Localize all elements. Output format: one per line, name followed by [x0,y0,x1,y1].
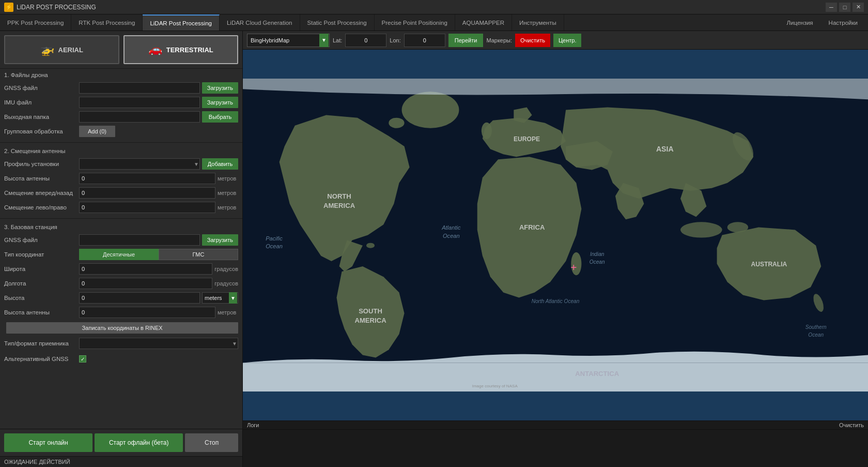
terrestrial-label: TERRESTRIAL [166,46,213,54]
mode-buttons: 🚁 AERIAL 🚗 TERRESTRIAL [0,31,242,69]
tab-ppp[interactable]: Precise Point Positioning [375,14,455,31]
base-station-section: GNSS файл Загрузить Тип координат Десяти… [0,232,242,368]
output-folder-choose-button[interactable]: Выбрать [202,111,238,123]
start-offline-button[interactable]: Старт офлайн (бета) [95,433,183,452]
tab-settings[interactable]: Настройки [822,20,865,26]
svg-point-1 [402,92,459,128]
forward-offset-unit: метров [218,190,238,196]
gnss-file-load-button[interactable]: Загрузить [202,82,238,94]
tab-license[interactable]: Лицензия [780,20,820,26]
terrestrial-mode-button[interactable]: 🚗 TERRESTRIAL [123,35,239,64]
gnss-file-label: GNSS файл [4,85,79,91]
aerial-label: AERIAL [58,46,83,54]
output-folder-input[interactable] [79,111,200,123]
ant-height-unit: метров [218,175,238,182]
minimize-button[interactable]: ─ [826,3,837,12]
world-map: NORTH AMERICA SOUTH AMERICA EUROPE AFRIC… [243,50,868,420]
base-gnss-file-input[interactable] [79,234,200,246]
profile-label: Профиль установки [4,161,79,167]
svg-point-3 [366,243,375,248]
alt-gnss-label: Альтернативный GNSS [4,356,79,362]
aerial-icon: 🚁 [40,43,54,56]
latitude-label: Широта [4,266,79,272]
gmc-coord-button[interactable]: ГМС [159,249,238,260]
lon-coord-label: Lon: [390,37,400,43]
start-online-button[interactable]: Старт онлайн [4,433,92,452]
left-panel: 🚁 AERIAL 🚗 TERRESTRIAL 1. Файлы дрона GN… [0,31,243,467]
tab-ppk[interactable]: PPK Post Processing [0,14,71,31]
base-ant-height-input[interactable] [79,307,215,318]
gnss-file-input[interactable] [79,82,200,94]
ant-height-label: Высота антенны [4,175,79,182]
alt-gnss-checkbox[interactable]: ✓ [79,355,86,363]
lon-unit: градусов [214,280,238,287]
altitude-label: Высота [4,295,79,301]
batch-label: Групповая обработка [4,128,79,134]
main-layout: 🚁 AERIAL 🚗 TERRESTRIAL 1. Файлы дрона GN… [0,31,868,467]
svg-text:Ocean: Ocean [590,259,605,265]
map-container[interactable]: NORTH AMERICA SOUTH AMERICA EUROPE AFRIC… [243,50,868,420]
svg-point-4 [482,123,492,139]
section-base-label: 3. Базовая станция [0,221,242,232]
batch-add-button[interactable]: Add (0) [79,126,115,137]
lat-coord-input[interactable]: 0 [345,34,386,47]
clear-markers-button[interactable]: Очистить [515,34,550,47]
app-icon: ⚡ [4,3,13,12]
clear-log-button[interactable]: Очистить [839,422,864,428]
lateral-offset-input[interactable] [79,202,215,213]
antenna-section: Профиль установки ▼ Добавить Высота анте… [0,156,242,216]
svg-text:ANTARCTICA: ANTARCTICA [575,370,619,378]
receiver-type-select[interactable] [79,338,238,349]
section-antenna-label: 2. Смещения антенны [0,145,242,156]
tab-tools[interactable]: Инструменты [512,14,564,31]
decimal-coord-button[interactable]: Десятичные [79,249,159,260]
svg-point-7 [680,222,722,237]
svg-text:Ocean: Ocean [443,233,460,239]
log-content [243,430,868,467]
forward-offset-label: Смещение вперед/назад [4,190,79,196]
profile-add-button[interactable]: Добавить [202,158,238,170]
svg-text:Pacific: Pacific [266,235,283,242]
center-map-button[interactable]: Центр. [553,34,582,47]
tab-lidar[interactable]: LiDAR Post Processing [143,14,220,31]
write-coords-button[interactable]: Записать координаты в RINEX [6,322,238,334]
restore-button[interactable]: □ [839,3,850,12]
svg-point-2 [389,118,404,128]
title-bar: ⚡ LiDAR POST PROCESSING ─ □ ✕ [0,0,868,14]
latitude-input[interactable] [79,263,212,275]
close-button[interactable]: ✕ [853,3,864,12]
tab-aquamapper[interactable]: AQUAMAPPER [455,14,512,31]
svg-point-5 [571,252,581,275]
longitude-input[interactable] [79,278,212,289]
height-unit-select[interactable]: meters feet [202,292,238,304]
imu-file-load-button[interactable]: Загрузить [202,97,238,108]
output-folder-label: Выходная папка [4,114,79,120]
lateral-offset-unit: метров [218,204,238,210]
tab-bar: PPK Post Processing RTK Post Processing … [0,14,868,31]
bottom-section: Старт онлайн Старт офлайн (бета) Стоп ОЖ… [0,429,242,467]
svg-text:AMERICA: AMERICA [323,202,355,209]
svg-text:EUROPE: EUROPE [514,135,540,143]
action-buttons: Старт онлайн Старт офлайн (бета) Стоп [0,429,242,456]
map-type-select[interactable]: BingHybridMap BingMap OpenStreetMap [247,34,330,47]
tab-lidar-cloud[interactable]: LiDAR Cloud Generation [220,14,300,31]
base-ant-height-unit: метров [218,309,238,315]
base-gnss-load-button[interactable]: Загрузить [202,234,238,246]
imu-file-input[interactable] [79,97,200,108]
svg-text:Image courtesy of NASA: Image courtesy of NASA [472,384,518,388]
svg-text:AFRICA: AFRICA [519,223,545,231]
tab-static[interactable]: Static Post Processing [300,14,375,31]
forward-offset-input[interactable] [79,187,215,199]
map-toolbar: BingHybridMap BingMap OpenStreetMap ▼ La… [243,31,868,50]
tab-rtk[interactable]: RTK Post Processing [71,14,143,31]
coord-type-label: Тип координат [4,251,79,258]
imu-file-label: IMU файл [4,99,79,106]
altitude-input[interactable] [79,292,200,304]
profile-select[interactable] [79,158,200,170]
aerial-mode-button[interactable]: 🚁 AERIAL [4,35,119,64]
goto-button[interactable]: Перейти [448,34,484,47]
stop-button[interactable]: Стоп [185,433,238,452]
markers-label: Маркеры: [486,37,512,43]
lon-coord-input[interactable]: 0 [404,34,445,47]
ant-height-input[interactable]: 0 [79,173,215,184]
